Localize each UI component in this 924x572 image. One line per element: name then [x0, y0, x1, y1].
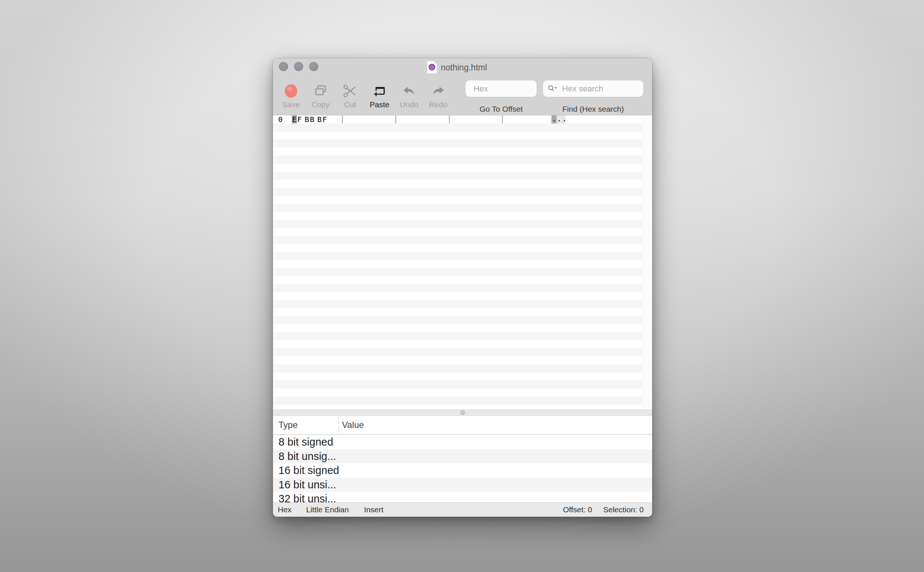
- hex-line[interactable]: 0 EF BB BF . . .: [273, 115, 642, 123]
- hex-byte[interactable]: EF: [292, 115, 302, 123]
- hex-editor-area[interactable]: 0 EF BB BF . . .: [273, 115, 652, 408]
- copy-button[interactable]: Copy: [306, 79, 335, 113]
- cut-button[interactable]: Cut: [335, 79, 365, 113]
- redo-icon: [431, 84, 445, 98]
- find-label: Find (Hex search): [543, 105, 643, 113]
- titlebar[interactable]: nothing.html: [273, 58, 652, 77]
- undo-icon: [402, 84, 416, 98]
- window-title: nothing.html: [441, 58, 487, 77]
- save-icon: [284, 84, 298, 98]
- column-header-type: Type: [279, 416, 298, 434]
- table-row[interactable]: 8 bit unsig...: [273, 449, 652, 464]
- redo-button[interactable]: Redo: [424, 79, 453, 113]
- table-row[interactable]: 16 bit unsi...: [273, 478, 652, 492]
- save-button[interactable]: Save: [276, 79, 306, 113]
- column-divider: [342, 115, 343, 123]
- column-divider: [502, 115, 503, 123]
- column-divider: [449, 115, 450, 123]
- hex-search-input[interactable]: [543, 80, 643, 97]
- status-mode-toggle[interactable]: Hex: [278, 503, 291, 516]
- close-button[interactable]: [279, 62, 288, 71]
- status-selection: Selection: 0: [603, 503, 644, 516]
- goto-offset-label: Go To Offset: [466, 105, 537, 113]
- minimize-button[interactable]: [294, 62, 303, 71]
- hex-byte[interactable]: BB: [305, 115, 315, 123]
- html-document-icon: [427, 61, 437, 73]
- zoom-button[interactable]: [309, 62, 318, 71]
- table-row[interactable]: 16 bit signed: [273, 463, 652, 478]
- table-row[interactable]: 8 bit signed: [273, 435, 652, 449]
- status-edit-mode-toggle[interactable]: Insert: [364, 503, 383, 516]
- goto-offset-input[interactable]: [466, 80, 537, 97]
- status-endianness-toggle[interactable]: Little Endian: [306, 503, 349, 516]
- window-chrome: nothing.html Save Copy: [273, 58, 652, 115]
- column-header-value: Value: [342, 416, 364, 434]
- vertical-scrollbar[interactable]: [642, 115, 652, 408]
- ascii-char[interactable]: .: [562, 115, 567, 123]
- offset-column: 0: [278, 115, 282, 123]
- splitter[interactable]: [273, 409, 652, 416]
- drag-handle-icon[interactable]: [460, 410, 465, 415]
- ascii-char[interactable]: .: [552, 115, 556, 123]
- table-row[interactable]: 32 bit unsi...: [273, 492, 652, 502]
- column-divider: [396, 115, 396, 123]
- hex-editor-window: nothing.html Save Copy: [273, 58, 652, 517]
- inspector-header: Type Value: [273, 416, 652, 435]
- cut-icon: [343, 84, 357, 98]
- status-bar: Hex Little Endian Insert Offset: 0 Selec…: [273, 502, 652, 517]
- hex-byte[interactable]: BF: [317, 115, 327, 123]
- inspector-rows: 8 bit signed 8 bit unsig... 16 bit signe…: [273, 435, 652, 502]
- copy-icon: [313, 84, 327, 98]
- paste-icon: [372, 84, 386, 98]
- status-offset: Offset: 0: [563, 503, 592, 516]
- undo-button[interactable]: Undo: [394, 79, 424, 113]
- paste-button[interactable]: Paste: [365, 79, 394, 113]
- ascii-char[interactable]: .: [557, 115, 561, 123]
- header-column-divider: [338, 417, 339, 433]
